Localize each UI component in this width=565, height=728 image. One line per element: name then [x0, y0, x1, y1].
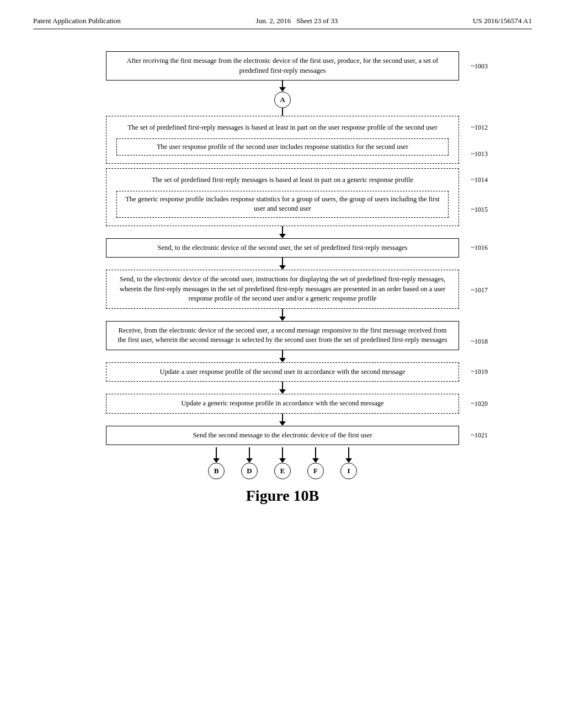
arrow-head-B	[213, 458, 220, 463]
node-1017-wrapper: Send, to the electronic device of the se…	[106, 270, 459, 309]
connector-line-D	[249, 447, 250, 458]
connector-F: F	[307, 463, 324, 479]
node-1018: Receive, from the electronic device of t…	[106, 321, 459, 350]
node-1021-wrapper: Send the second message to the electroni…	[106, 426, 459, 446]
ref-1021: ~1021	[471, 431, 488, 440]
spacer-after-A	[282, 108, 283, 116]
figure-label: Figure 10B	[246, 487, 319, 505]
arrow-to-1016	[279, 226, 286, 238]
node-1003-wrapper: After receiving the first message from t…	[106, 51, 459, 81]
connector-B: B	[208, 463, 225, 479]
connector-line-I	[348, 447, 349, 458]
ref-1017: ~1017	[471, 286, 488, 295]
connector-line-E	[282, 447, 283, 458]
connector-D: D	[241, 463, 258, 479]
connectors-row: B D E F	[208, 447, 357, 479]
ref-1015: ~1015	[471, 206, 488, 214]
connector-A: A	[274, 92, 291, 108]
node-1021: Send the second message to the electroni…	[106, 426, 459, 446]
node-1016-wrapper: Send, to the electronic device of the se…	[106, 238, 459, 258]
connector-I: I	[340, 463, 357, 479]
connector-line-F	[315, 447, 316, 458]
node-1016: Send, to the electronic device of the se…	[106, 238, 459, 258]
node-1019-wrapper: Update a user response profile of the se…	[106, 362, 459, 382]
page-header: Patent Application Publication Jun. 2, 2…	[33, 17, 532, 29]
ref-1013: ~1013	[471, 150, 488, 158]
arrow-to-1019	[279, 350, 286, 362]
ref-1020: ~1020	[471, 399, 488, 408]
arrow-head-F	[312, 458, 319, 463]
arrow-to-1018	[279, 309, 286, 321]
arrow-head-E	[279, 458, 286, 463]
diagram-area: After receiving the first message from t…	[33, 46, 532, 505]
ref-1018: ~1018	[471, 338, 488, 346]
connector-item-E: E	[274, 447, 291, 479]
page: Patent Application Publication Jun. 2, 2…	[0, 0, 565, 728]
arrow-to-1017	[279, 258, 286, 270]
dashed-outer-1012: The set of predefined first-reply messag…	[106, 116, 459, 164]
ref-1019: ~1019	[471, 368, 488, 376]
main-column: After receiving the first message from t…	[95, 51, 470, 505]
node-1015: The generic response profile includes re…	[116, 191, 449, 218]
node-1003: After receiving the first message from t…	[106, 51, 459, 81]
header-center: Jun. 2, 2016 Sheet 23 of 33	[256, 17, 338, 25]
header-right: US 2016/156574 A1	[473, 17, 532, 25]
dashed-group-1014-1015: The set of predefined first-reply messag…	[106, 168, 459, 226]
connector-item-I: I	[340, 447, 357, 479]
node-1020: Update a generic response profile in acc…	[106, 394, 459, 414]
node-1012-text: The set of predefined first-reply messag…	[111, 121, 454, 135]
node-1013: The user response profile of the second …	[116, 138, 449, 156]
arrow-to-A	[279, 81, 286, 92]
connector-item-B: B	[208, 447, 225, 479]
dashed-group-1012-1013: The set of predefined first-reply messag…	[106, 116, 459, 164]
connector-line-B	[216, 447, 217, 458]
connector-E: E	[274, 463, 291, 479]
ref-1016: ~1016	[471, 244, 488, 252]
arrow-to-1020	[279, 382, 286, 394]
node-1017: Send, to the electronic device of the se…	[106, 270, 459, 309]
ref-1012: ~1012	[471, 124, 488, 132]
arrow-head-I	[345, 458, 352, 463]
ref-1014: ~1014	[471, 176, 488, 184]
node-1019: Update a user response profile of the se…	[106, 362, 459, 382]
arrow-head-D	[246, 458, 253, 463]
node-1020-wrapper: Update a generic response profile in acc…	[106, 394, 459, 414]
node-1014-text: The set of predefined first-reply messag…	[111, 173, 454, 188]
node-1018-wrapper: Receive, from the electronic device of t…	[106, 321, 459, 350]
header-left: Patent Application Publication	[33, 17, 121, 25]
dashed-outer-1014: The set of predefined first-reply messag…	[106, 168, 459, 226]
connector-item-D: D	[241, 447, 258, 479]
arrow-to-1021	[279, 414, 286, 426]
ref-1003: ~1003	[471, 62, 488, 70]
connector-item-F: F	[307, 447, 324, 479]
